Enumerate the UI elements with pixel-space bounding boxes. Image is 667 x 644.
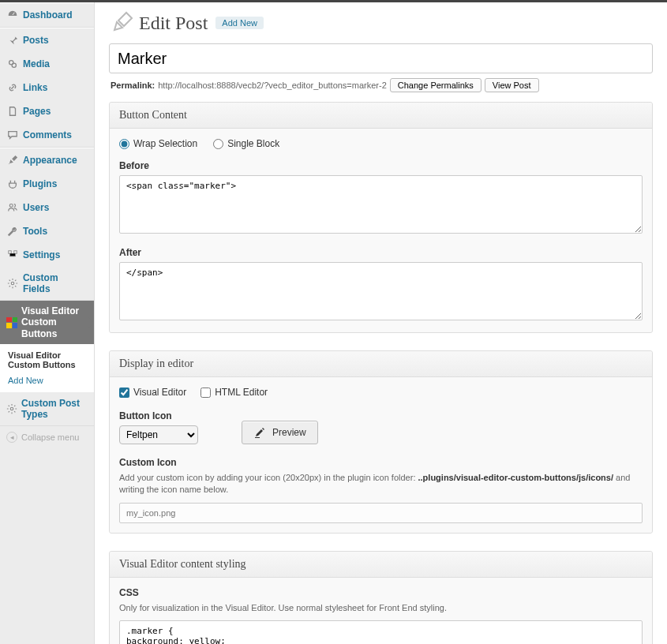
sidebar-item-pages[interactable]: Pages (0, 99, 94, 123)
content-styling-box: Visual Editor content styling CSS Only f… (109, 551, 653, 644)
sidebar-item-media[interactable]: Media (0, 52, 94, 76)
users-icon (6, 201, 19, 214)
gear-icon (6, 402, 17, 415)
before-textarea[interactable]: <span class="marker"> (119, 175, 643, 234)
dashboard-icon (6, 9, 19, 21)
visual-editor-option[interactable]: Visual Editor (119, 387, 186, 398)
appearance-icon (6, 154, 19, 167)
permalink-row: Permalink: http://localhost:8888/vecb2/?… (109, 73, 653, 102)
css-textarea[interactable]: .marker { background: yellow; padding: 3… (119, 620, 643, 644)
sidebar-item-label: Comments (23, 129, 72, 140)
single-block-option[interactable]: Single Block (213, 138, 279, 149)
main-content: Edit Post Add New Permalink: http://loca… (95, 2, 667, 644)
submenu-item-main[interactable]: Visual Editor Custom Buttons (0, 347, 94, 373)
sidebar-item-tools[interactable]: Tools (0, 219, 94, 243)
after-textarea[interactable]: </span> (119, 262, 643, 320)
sidebar-item-links[interactable]: Links (0, 76, 94, 99)
wrap-selection-option[interactable]: Wrap Selection (119, 138, 197, 149)
before-label: Before (119, 160, 643, 171)
display-in-editor-box: Display in editor Visual Editor HTML Edi… (109, 350, 653, 534)
permalink-label: Permalink: (111, 80, 155, 90)
sidebar-item-label: Tools (23, 226, 47, 237)
permalink-url: http://localhost:8888/vecb2/?vecb_editor… (158, 80, 387, 90)
tools-icon (6, 225, 19, 238)
sidebar-item-users[interactable]: Users (0, 196, 94, 219)
gear-icon (6, 277, 19, 290)
plugin-icon (6, 178, 19, 190)
post-title-input[interactable] (109, 43, 653, 73)
edit-post-icon (109, 10, 134, 36)
add-new-button[interactable]: Add New (215, 17, 264, 29)
svg-point-2 (9, 204, 13, 207)
html-editor-checkbox[interactable] (200, 388, 211, 398)
button-icon-label: Button Icon (119, 410, 198, 421)
sidebar-item-label: Pages (23, 106, 51, 117)
css-label: CSS (119, 587, 643, 598)
button-content-box: Button Content Wrap Selection Single Blo… (109, 102, 653, 333)
page-title: Edit Post (139, 13, 208, 34)
button-content-heading: Button Content (110, 103, 652, 129)
submenu-item-add-new[interactable]: Add New (0, 373, 94, 388)
sidebar-item-comments[interactable]: Comments (0, 123, 94, 147)
svg-point-6 (10, 407, 13, 410)
vecb-icon (6, 316, 17, 329)
sidebar-item-visual-editor-custom-buttons[interactable]: Visual Editor Custom Buttons (0, 301, 94, 344)
html-editor-option[interactable]: HTML Editor (200, 387, 268, 398)
custom-icon-help: Add your custom icon by adding your icon… (119, 472, 643, 496)
sidebar-item-custom-post-types[interactable]: Custom Post Types (0, 392, 94, 425)
sidebar-item-label: Links (23, 82, 47, 93)
custom-icon-label: Custom Icon (119, 457, 643, 468)
single-block-label: Single Block (227, 138, 279, 149)
sidebar-item-label: Media (23, 58, 50, 69)
admin-sidebar: Dashboard Posts Media Links Pages (0, 2, 95, 644)
sidebar-item-label: Settings (23, 249, 60, 260)
sidebar-item-label: Users (23, 202, 49, 213)
settings-icon (6, 249, 19, 261)
sidebar-item-posts[interactable]: Posts (0, 28, 94, 52)
sidebar-item-settings[interactable]: Settings (0, 243, 94, 267)
sidebar-item-label: Posts (23, 35, 49, 46)
pin-icon (6, 34, 19, 47)
single-block-radio[interactable] (213, 139, 223, 149)
feltpen-icon (253, 426, 266, 439)
sidebar-submenu: Visual Editor Custom Buttons Add New (0, 344, 94, 391)
sidebar-item-custom-fields[interactable]: Custom Fields (0, 267, 94, 300)
comment-icon (6, 129, 19, 141)
preview-label: Preview (272, 427, 306, 438)
sidebar-item-label: Custom Fields (23, 272, 88, 294)
sidebar-item-dashboard[interactable]: Dashboard (0, 3, 94, 27)
sidebar-item-label: Custom Post Types (21, 398, 88, 420)
collapse-menu[interactable]: ◂ Collapse menu (0, 426, 94, 448)
sidebar-item-appearance[interactable]: Appearance (0, 148, 94, 172)
visual-editor-checkbox[interactable] (119, 388, 129, 398)
sidebar-item-label: Plugins (23, 178, 57, 189)
page-icon (6, 105, 19, 118)
svg-point-5 (11, 282, 14, 285)
view-post-button[interactable]: View Post (485, 78, 539, 92)
sidebar-item-label: Dashboard (23, 9, 73, 21)
display-heading: Display in editor (110, 351, 652, 377)
svg-rect-4 (14, 251, 17, 254)
button-icon-select[interactable]: Feltpen (119, 425, 198, 444)
collapse-icon: ◂ (6, 432, 17, 443)
styling-heading: Visual Editor content styling (110, 552, 652, 578)
page-header: Edit Post Add New (109, 10, 653, 36)
css-help: Only for visualization in the Visual Edi… (119, 602, 643, 614)
after-label: After (119, 247, 643, 258)
wrap-selection-label: Wrap Selection (133, 138, 197, 149)
wrap-selection-radio[interactable] (119, 139, 129, 149)
icon-preview: Preview (242, 421, 318, 444)
sidebar-item-plugins[interactable]: Plugins (0, 172, 94, 196)
html-editor-label: HTML Editor (215, 387, 268, 398)
custom-icon-input[interactable] (119, 503, 643, 523)
collapse-label: Collapse menu (21, 432, 79, 442)
sidebar-item-label: Appearance (23, 155, 77, 166)
link-icon (6, 81, 19, 94)
svg-rect-3 (9, 251, 12, 254)
sidebar-item-label: Visual Editor Custom Buttons (21, 305, 88, 339)
svg-point-1 (12, 63, 16, 67)
visual-editor-label: Visual Editor (133, 387, 186, 398)
change-permalinks-button[interactable]: Change Permalinks (390, 78, 482, 92)
media-icon (6, 58, 19, 70)
